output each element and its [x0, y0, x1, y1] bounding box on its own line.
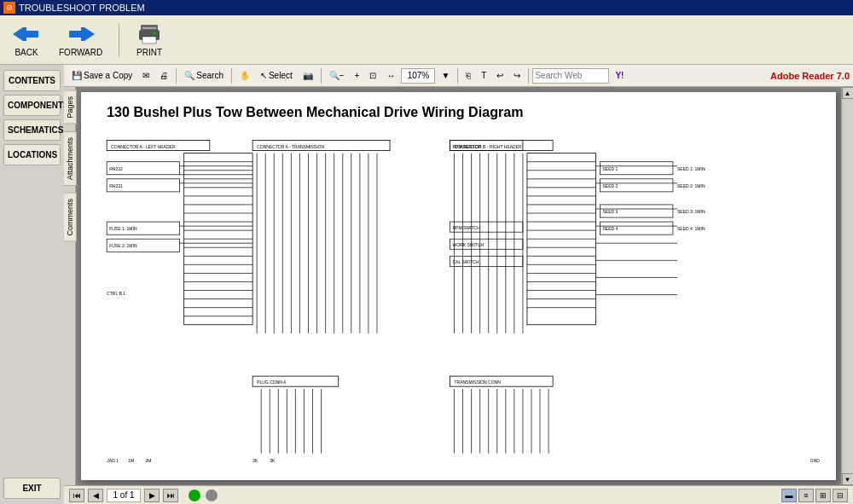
fit-width-button[interactable]: ↔ [382, 67, 399, 85]
nav-next-button[interactable]: ▶ [144, 489, 160, 502]
wiring-diagram: 130 Bushel Plus Tow Between Mechanical D… [81, 92, 836, 480]
forward-label: FORWARD [59, 48, 102, 57]
email-button[interactable]: ✉ [138, 67, 154, 85]
save-copy-button[interactable]: 💾 Save a Copy [67, 67, 136, 85]
search-icon: 🔍 [184, 71, 194, 80]
svg-text:130 Bushel Plus Tow Between Me: 130 Bushel Plus Tow Between Mechanical D… [107, 104, 523, 119]
continuous-view-button[interactable]: ≡ [798, 489, 814, 502]
single-page-view-button[interactable]: ▬ [781, 489, 797, 502]
back-label: BACK [15, 48, 38, 57]
attachments-tab[interactable]: Attachments [64, 131, 77, 186]
select-icon: ↖ [260, 71, 267, 80]
scroll-track[interactable] [842, 99, 853, 473]
tool1-button[interactable]: ⎗ [461, 67, 475, 85]
svg-rect-8 [142, 37, 156, 43]
tool2-icon: T [481, 71, 486, 80]
fit-page-button[interactable]: ⊡ [365, 67, 380, 85]
pages-panel: Pages Attachments Comments [64, 87, 76, 485]
nav-prev-button[interactable]: ◀ [88, 489, 103, 502]
fit-page-icon: ⊡ [369, 71, 376, 80]
atb-sep1 [176, 68, 177, 84]
select-button[interactable]: ↖ Select [256, 67, 297, 85]
svg-marker-1 [13, 27, 23, 41]
search-button[interactable]: 🔍 Search [180, 67, 228, 85]
atb-sep2 [231, 68, 232, 84]
snapshot-button[interactable]: 📷 [299, 67, 317, 85]
svg-text:RPM SENSOR: RPM SENSOR [452, 144, 481, 149]
contents-button[interactable]: CONTENTS [3, 70, 61, 91]
svg-text:3K: 3K [270, 458, 276, 463]
pdf-scrollbar[interactable]: ▲ ▼ [841, 87, 853, 485]
atb-sep3 [321, 68, 322, 84]
tool3-button[interactable]: ↩ [492, 67, 508, 85]
svg-text:RPM SWITCH: RPM SWITCH [452, 225, 480, 230]
svg-rect-5 [81, 27, 84, 41]
zoom-list-button[interactable]: ▼ [437, 67, 454, 85]
scroll-down-button[interactable]: ▼ [842, 473, 854, 485]
svg-text:SEED 2: SEED 2 [602, 183, 618, 188]
toolbar-separator [119, 23, 119, 57]
back-button[interactable]: BACK [7, 19, 46, 61]
email-icon: ✉ [142, 71, 149, 80]
left-sidebar: CONTENTS COMPONENTS SCHEMATICS LOCATIONS… [0, 65, 64, 504]
locations-button[interactable]: LOCATIONS [3, 144, 61, 165]
svg-text:FUSE 1: 1MIN: FUSE 1: 1MIN [109, 226, 137, 231]
svg-text:SEED 3: SEED 3 [602, 209, 618, 214]
schematics-button[interactable]: SCHEMATICS [3, 119, 61, 141]
search-web-input[interactable] [532, 68, 609, 84]
title-bar: ⚙ TROUBLESHOOT PROBLEM [0, 0, 853, 15]
main-layout: CONTENTS COMPONENTS SCHEMATICS LOCATIONS… [0, 65, 853, 504]
zoom-input[interactable] [401, 68, 435, 84]
svg-text:SEED 4: 1MIN: SEED 4: 1MIN [677, 226, 705, 231]
exit-button[interactable]: EXIT [3, 478, 61, 499]
svg-text:CONNECTOR A - TRANSMISSION: CONNECTOR A - TRANSMISSION [257, 144, 324, 149]
print-button[interactable]: PRINT [130, 19, 169, 61]
pages-tab[interactable]: Pages [64, 90, 77, 125]
tool2-button[interactable]: T [477, 67, 490, 85]
search-label: Search [196, 71, 223, 80]
svg-text:SEED 3: 1MIN: SEED 3: 1MIN [677, 209, 705, 214]
svg-text:SEED 4: SEED 4 [602, 226, 618, 231]
snapshot-icon: 📷 [303, 71, 313, 80]
zoom-in-button[interactable]: + [351, 67, 364, 85]
adobe-toolbar: 💾 Save a Copy ✉ 🖨 🔍 Search ✋ ↖ Select [64, 65, 853, 87]
print-pdf-icon: 🖨 [160, 71, 168, 80]
tool1-icon: ⎗ [466, 71, 471, 80]
two-page-continuous-button[interactable]: ⊟ [833, 489, 848, 502]
tool4-button[interactable]: ↪ [509, 67, 525, 85]
svg-text:PLUG CONN A: PLUG CONN A [257, 379, 287, 385]
nav-last-button[interactable]: ⏭ [163, 489, 178, 502]
components-button[interactable]: COMPONENTS [3, 95, 61, 116]
svg-point-10 [153, 32, 156, 35]
nav-first-button[interactable]: ⏮ [69, 489, 84, 502]
print-pdf-button[interactable]: 🖨 [155, 67, 172, 85]
svg-text:TRANSMISSION CONN: TRANSMISSION CONN [454, 379, 501, 385]
scroll-up-button[interactable]: ▲ [842, 87, 854, 99]
adobe-logo: Adobe Reader 7.0 [770, 71, 850, 81]
forward-button[interactable]: FORWARD [53, 19, 108, 61]
svg-text:SEED 1: SEED 1 [602, 166, 618, 171]
status-indicator-gray [206, 490, 218, 501]
svg-text:WORK SWITCH: WORK SWITCH [452, 242, 484, 247]
svg-rect-9 [142, 27, 156, 29]
print-icon [136, 22, 163, 46]
yahoo-button[interactable]: Y! [611, 67, 628, 85]
tool4-icon: ↪ [514, 71, 520, 80]
adobe-logo-text: Adobe Reader 7.0 [770, 71, 850, 81]
two-page-view-button[interactable]: ⊞ [815, 489, 831, 502]
comments-tab[interactable]: Comments [64, 193, 77, 242]
svg-text:CAL SWITCH: CAL SWITCH [452, 259, 479, 264]
back-icon [13, 22, 40, 46]
hand-tool-button[interactable]: ✋ [235, 67, 254, 85]
pdf-content: Pages Attachments Comments 130 Bushel Pl… [64, 87, 853, 485]
view-buttons: ▬ ≡ ⊞ ⊟ [781, 489, 848, 502]
zoom-out-button[interactable]: 🔍− [325, 67, 349, 85]
top-toolbar: BACK FORWARD PRINT [0, 15, 853, 65]
zoom-out-icon: 🔍− [329, 71, 345, 80]
svg-text:SEED 1: 1MIN: SEED 1: 1MIN [677, 166, 705, 171]
svg-text:1M: 1M [128, 458, 134, 463]
print-label: PRINT [136, 48, 162, 57]
svg-text:2M: 2M [145, 458, 151, 463]
page-input[interactable] [107, 489, 141, 502]
sidebar-spacer [3, 169, 61, 474]
